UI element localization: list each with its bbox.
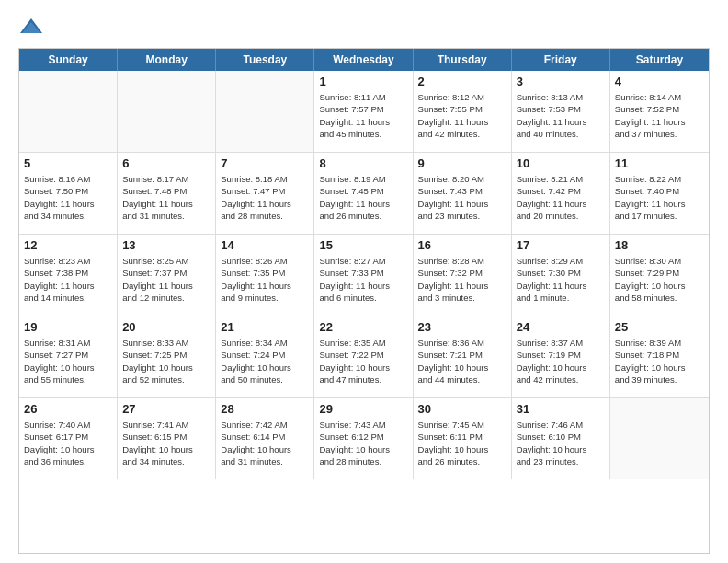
day-number: 25 xyxy=(615,320,704,334)
cell-info: Sunrise: 7:42 AMSunset: 6:14 PMDaylight:… xyxy=(221,419,309,467)
calendar-cell: 10Sunrise: 8:21 AMSunset: 7:42 PMDayligh… xyxy=(512,153,610,234)
calendar-cell: 18Sunrise: 8:30 AMSunset: 7:29 PMDayligh… xyxy=(610,235,709,316)
calendar-cell: 11Sunrise: 8:22 AMSunset: 7:40 PMDayligh… xyxy=(610,153,709,234)
day-number: 21 xyxy=(221,320,309,334)
calendar-cell xyxy=(610,398,709,479)
calendar: SundayMondayTuesdayWednesdayThursdayFrid… xyxy=(18,48,710,554)
calendar-header: SundayMondayTuesdayWednesdayThursdayFrid… xyxy=(19,49,709,71)
calendar-cell: 25Sunrise: 8:39 AMSunset: 7:18 PMDayligh… xyxy=(610,316,709,397)
cell-info: Sunrise: 8:11 AMSunset: 7:57 PMDaylight:… xyxy=(319,91,407,140)
cell-info: Sunrise: 8:23 AMSunset: 7:38 PMDaylight:… xyxy=(24,255,112,304)
calendar-cell xyxy=(216,71,314,152)
weekday-header: Tuesday xyxy=(216,49,314,71)
day-number: 30 xyxy=(418,402,506,416)
day-number: 3 xyxy=(517,75,605,88)
cell-info: Sunrise: 7:41 AMSunset: 6:15 PMDaylight:… xyxy=(122,419,210,467)
calendar-cell: 13Sunrise: 8:25 AMSunset: 7:37 PMDayligh… xyxy=(118,235,216,316)
day-number: 27 xyxy=(122,402,210,416)
cell-info: Sunrise: 8:34 AMSunset: 7:24 PMDaylight:… xyxy=(221,337,309,385)
calendar-cell: 5Sunrise: 8:16 AMSunset: 7:50 PMDaylight… xyxy=(19,153,118,234)
cell-info: Sunrise: 8:26 AMSunset: 7:35 PMDaylight:… xyxy=(221,255,309,304)
cell-info: Sunrise: 8:33 AMSunset: 7:25 PMDaylight:… xyxy=(122,337,210,385)
day-number: 16 xyxy=(418,238,506,252)
cell-info: Sunrise: 8:13 AMSunset: 7:53 PMDaylight:… xyxy=(517,91,605,140)
day-number: 26 xyxy=(24,402,112,416)
day-number: 11 xyxy=(615,156,704,170)
calendar-cell: 26Sunrise: 7:40 AMSunset: 6:17 PMDayligh… xyxy=(19,398,118,479)
cell-info: Sunrise: 8:36 AMSunset: 7:21 PMDaylight:… xyxy=(418,337,506,385)
day-number: 31 xyxy=(517,402,605,416)
cell-info: Sunrise: 8:30 AMSunset: 7:29 PMDaylight:… xyxy=(615,255,704,304)
calendar-cell: 23Sunrise: 8:36 AMSunset: 7:21 PMDayligh… xyxy=(414,316,512,397)
weekday-header: Thursday xyxy=(414,49,512,71)
calendar-cell: 12Sunrise: 8:23 AMSunset: 7:38 PMDayligh… xyxy=(19,235,118,316)
header xyxy=(18,15,710,40)
cell-info: Sunrise: 8:25 AMSunset: 7:37 PMDaylight:… xyxy=(122,255,210,304)
calendar-cell: 8Sunrise: 8:19 AMSunset: 7:45 PMDaylight… xyxy=(314,153,413,234)
cell-info: Sunrise: 8:21 AMSunset: 7:42 PMDaylight:… xyxy=(517,173,605,222)
day-number: 4 xyxy=(615,75,704,88)
calendar-body: 1Sunrise: 8:11 AMSunset: 7:57 PMDaylight… xyxy=(19,71,709,479)
cell-info: Sunrise: 8:19 AMSunset: 7:45 PMDaylight:… xyxy=(319,173,407,222)
day-number: 14 xyxy=(221,238,309,252)
logo-icon xyxy=(18,15,44,40)
calendar-cell: 17Sunrise: 8:29 AMSunset: 7:30 PMDayligh… xyxy=(512,235,610,316)
cell-info: Sunrise: 8:12 AMSunset: 7:55 PMDaylight:… xyxy=(418,91,506,140)
weekday-header: Monday xyxy=(118,49,216,71)
calendar-week: 1Sunrise: 8:11 AMSunset: 7:57 PMDaylight… xyxy=(19,71,709,153)
cell-info: Sunrise: 8:35 AMSunset: 7:22 PMDaylight:… xyxy=(319,337,407,385)
cell-info: Sunrise: 8:39 AMSunset: 7:18 PMDaylight:… xyxy=(615,337,704,385)
cell-info: Sunrise: 8:29 AMSunset: 7:30 PMDaylight:… xyxy=(517,255,605,304)
calendar-cell: 22Sunrise: 8:35 AMSunset: 7:22 PMDayligh… xyxy=(314,316,413,397)
calendar-cell xyxy=(19,71,118,152)
calendar-week: 5Sunrise: 8:16 AMSunset: 7:50 PMDaylight… xyxy=(19,153,709,235)
calendar-cell: 31Sunrise: 7:46 AMSunset: 6:10 PMDayligh… xyxy=(512,398,610,479)
cell-info: Sunrise: 7:43 AMSunset: 6:12 PMDaylight:… xyxy=(319,419,407,467)
day-number: 12 xyxy=(24,238,112,252)
day-number: 23 xyxy=(418,320,506,334)
day-number: 8 xyxy=(319,156,407,170)
calendar-cell: 6Sunrise: 8:17 AMSunset: 7:48 PMDaylight… xyxy=(118,153,216,234)
day-number: 1 xyxy=(319,75,407,88)
cell-info: Sunrise: 8:20 AMSunset: 7:43 PMDaylight:… xyxy=(418,173,506,222)
day-number: 29 xyxy=(319,402,407,416)
logo xyxy=(18,15,48,40)
weekday-header: Friday xyxy=(512,49,610,71)
cell-info: Sunrise: 7:46 AMSunset: 6:10 PMDaylight:… xyxy=(517,419,605,467)
day-number: 18 xyxy=(615,238,704,252)
cell-info: Sunrise: 8:31 AMSunset: 7:27 PMDaylight:… xyxy=(24,337,112,385)
calendar-cell: 28Sunrise: 7:42 AMSunset: 6:14 PMDayligh… xyxy=(216,398,314,479)
calendar-cell xyxy=(118,71,216,152)
day-number: 6 xyxy=(122,156,210,170)
calendar-cell: 20Sunrise: 8:33 AMSunset: 7:25 PMDayligh… xyxy=(118,316,216,397)
calendar-cell: 29Sunrise: 7:43 AMSunset: 6:12 PMDayligh… xyxy=(314,398,413,479)
cell-info: Sunrise: 8:22 AMSunset: 7:40 PMDaylight:… xyxy=(615,173,704,222)
cell-info: Sunrise: 8:27 AMSunset: 7:33 PMDaylight:… xyxy=(319,255,407,304)
calendar-cell: 1Sunrise: 8:11 AMSunset: 7:57 PMDaylight… xyxy=(314,71,413,152)
day-number: 5 xyxy=(24,156,112,170)
calendar-week: 19Sunrise: 8:31 AMSunset: 7:27 PMDayligh… xyxy=(19,316,709,398)
calendar-cell: 19Sunrise: 8:31 AMSunset: 7:27 PMDayligh… xyxy=(19,316,118,397)
calendar-cell: 16Sunrise: 8:28 AMSunset: 7:32 PMDayligh… xyxy=(414,235,512,316)
cell-info: Sunrise: 8:14 AMSunset: 7:52 PMDaylight:… xyxy=(615,91,704,140)
cell-info: Sunrise: 8:16 AMSunset: 7:50 PMDaylight:… xyxy=(24,173,112,222)
day-number: 7 xyxy=(221,156,309,170)
day-number: 20 xyxy=(122,320,210,334)
calendar-cell: 30Sunrise: 7:45 AMSunset: 6:11 PMDayligh… xyxy=(414,398,512,479)
calendar-cell: 2Sunrise: 8:12 AMSunset: 7:55 PMDaylight… xyxy=(414,71,512,152)
day-number: 9 xyxy=(418,156,506,170)
calendar-cell: 14Sunrise: 8:26 AMSunset: 7:35 PMDayligh… xyxy=(216,235,314,316)
calendar-cell: 7Sunrise: 8:18 AMSunset: 7:47 PMDaylight… xyxy=(216,153,314,234)
calendar-cell: 3Sunrise: 8:13 AMSunset: 7:53 PMDaylight… xyxy=(512,71,610,152)
cell-info: Sunrise: 8:37 AMSunset: 7:19 PMDaylight:… xyxy=(517,337,605,385)
cell-info: Sunrise: 8:18 AMSunset: 7:47 PMDaylight:… xyxy=(221,173,309,222)
weekday-header: Sunday xyxy=(19,49,118,71)
day-number: 17 xyxy=(517,238,605,252)
weekday-header: Wednesday xyxy=(314,49,413,71)
weekday-header: Saturday xyxy=(610,49,709,71)
cell-info: Sunrise: 8:17 AMSunset: 7:48 PMDaylight:… xyxy=(122,173,210,222)
page: SundayMondayTuesdayWednesdayThursdayFrid… xyxy=(0,0,728,563)
day-number: 19 xyxy=(24,320,112,334)
cell-info: Sunrise: 8:28 AMSunset: 7:32 PMDaylight:… xyxy=(418,255,506,304)
calendar-cell: 9Sunrise: 8:20 AMSunset: 7:43 PMDaylight… xyxy=(414,153,512,234)
